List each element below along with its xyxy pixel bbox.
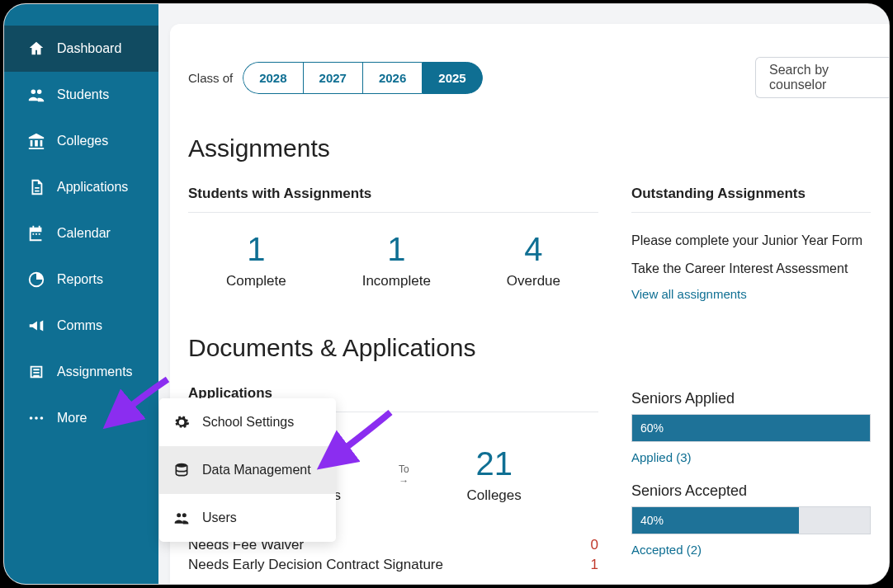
stat-number: 4 — [507, 231, 560, 268]
school-icon — [27, 132, 45, 150]
students-with-assignments-head: Students with Assignments — [188, 186, 598, 213]
sidebar-item-colleges[interactable]: Colleges — [4, 118, 158, 164]
sidebar-item-reports[interactable]: Reports — [4, 256, 158, 303]
accepted-link[interactable]: Accepted (2) — [631, 543, 871, 557]
sidebar-item-applications[interactable]: Applications — [4, 164, 158, 210]
needs-list: Needs Fee Waiver 0 Needs Early Decision … — [188, 537, 598, 573]
to-label: To — [399, 463, 409, 475]
seniors-applied-head: Seniors Applied — [631, 390, 871, 407]
year-pill-group: 2028 2027 2026 2025 — [243, 62, 483, 94]
home-icon — [27, 40, 45, 58]
assignments-title: Assignments — [170, 134, 889, 162]
sidebar-item-label: More — [57, 411, 87, 426]
sidebar-item-label: Applications — [57, 180, 128, 195]
topbar: Class of 2028 2027 2026 2025 Search by c… — [170, 57, 889, 98]
assignments-row: Students with Assignments 1 Complete 1 I… — [170, 186, 889, 301]
sidebar-item-label: Comms — [57, 318, 102, 333]
sidebar-item-label: Colleges — [57, 134, 108, 148]
view-all-assignments-link[interactable]: View all assignments — [631, 287, 871, 301]
assignment-stats: 1 Complete 1 Incomplete 4 Overdue — [188, 231, 598, 289]
svg-point-3 — [176, 463, 187, 468]
docs-title: Documents & Applications — [170, 334, 889, 362]
stat-overdue[interactable]: 4 Overdue — [507, 231, 560, 289]
menu-label: Data Management — [202, 463, 311, 477]
sidebar-item-dashboard[interactable]: Dashboard — [4, 26, 158, 72]
needs-ed-signature[interactable]: Needs Early Decision Contract Signature … — [188, 557, 598, 573]
stat-incomplete[interactable]: 1 Incomplete — [362, 231, 431, 289]
needs-count: 0 — [591, 537, 598, 553]
sidebar-item-label: Calendar — [57, 226, 111, 241]
calendar-icon — [27, 224, 45, 242]
stat-label: Incomplete — [362, 273, 431, 289]
menu-data-management[interactable]: Data Management — [159, 446, 336, 494]
year-pill-2028[interactable]: 2028 — [243, 62, 302, 94]
sidebar-item-label: Reports — [57, 272, 103, 287]
chart-icon — [27, 270, 45, 289]
users-icon — [172, 509, 191, 527]
seniors-col: Seniors Applied 60% Applied (3) Seniors … — [631, 385, 871, 576]
stat-number: 1 — [362, 231, 431, 268]
svg-point-2 — [40, 416, 44, 420]
list-icon — [27, 363, 45, 381]
outstanding-line1: Please complete your Junior Year Form — [631, 231, 871, 251]
sidebar-item-label: Dashboard — [57, 41, 121, 56]
sidebar-item-students[interactable]: Students — [4, 72, 158, 118]
arrow-right-icon: → — [399, 475, 409, 487]
stat-label: Overdue — [507, 273, 560, 289]
svg-point-1 — [35, 416, 38, 420]
class-of-label: Class of — [188, 71, 233, 85]
stat-label: Colleges — [467, 487, 522, 504]
sidebar: Dashboard Students Colleges Applications… — [4, 4, 158, 584]
menu-school-settings[interactable]: School Settings — [159, 398, 336, 446]
outstanding-line2: Take the Career Interest Assessment — [631, 259, 871, 279]
people-icon — [27, 86, 45, 104]
seniors-accepted-head: Seniors Accepted — [631, 482, 871, 500]
svg-point-0 — [30, 416, 33, 420]
needs-label: Needs Early Decision Contract Signature — [188, 557, 443, 573]
sidebar-item-comms[interactable]: Comms — [4, 303, 158, 349]
seniors-applied-fill: 60% — [632, 415, 870, 441]
stat-number: 21 — [467, 445, 522, 482]
outstanding-assignments: Outstanding Assignments Please complete … — [631, 186, 871, 301]
database-icon — [172, 461, 191, 479]
stat-colleges[interactable]: 21 Colleges — [467, 445, 522, 504]
seniors-applied-bar: 60% — [631, 414, 871, 442]
students-with-assignments: Students with Assignments 1 Complete 1 I… — [188, 186, 598, 301]
dots-icon — [27, 409, 45, 427]
year-pill-2027[interactable]: 2027 — [303, 62, 362, 94]
to-arrow: To → — [399, 463, 409, 487]
year-pill-2026[interactable]: 2026 — [362, 62, 422, 94]
class-of-selector: Class of 2028 2027 2026 2025 — [188, 62, 483, 94]
seniors-accepted-fill: 40% — [632, 507, 799, 534]
stat-complete[interactable]: 1 Complete — [226, 231, 286, 289]
stat-number: 1 — [226, 231, 286, 268]
needs-count: 1 — [591, 557, 598, 573]
applied-link[interactable]: Applied (3) — [631, 450, 871, 464]
menu-label: Users — [202, 510, 237, 525]
document-icon — [27, 178, 45, 196]
app-frame: Dashboard Students Colleges Applications… — [4, 4, 889, 584]
counselor-search-input[interactable]: Search by counselor — [755, 57, 889, 98]
menu-users[interactable]: Users — [159, 494, 336, 542]
stat-label: Complete — [226, 273, 286, 289]
more-popup-menu: School Settings Data Management Users — [159, 398, 336, 542]
year-pill-2025[interactable]: 2025 — [422, 62, 482, 94]
outstanding-head: Outstanding Assignments — [631, 186, 871, 213]
annotation-arrow-more — [102, 371, 176, 440]
menu-label: School Settings — [202, 415, 294, 430]
sidebar-item-calendar[interactable]: Calendar — [4, 210, 158, 256]
sidebar-item-label: Students — [57, 87, 109, 102]
seniors-accepted-bar: 40% — [631, 506, 871, 534]
annotation-arrow-data-management — [316, 408, 399, 477]
megaphone-icon — [27, 317, 45, 335]
